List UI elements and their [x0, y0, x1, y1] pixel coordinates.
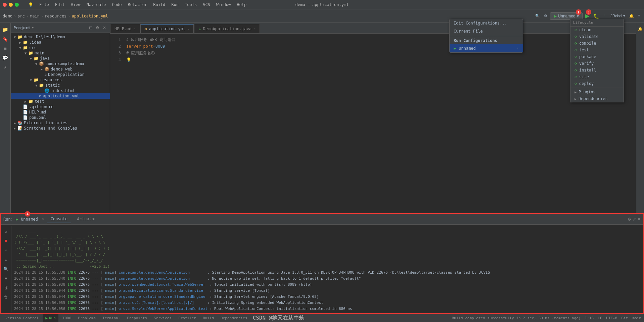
tree-item-application-yml[interactable]: ▶ ⚙ application.yml [11, 93, 110, 99]
tree-item-demos[interactable]: ▶ 📦 demos.web [11, 66, 110, 72]
menu-build[interactable]: Build [150, 2, 168, 8]
code-chat-icon[interactable]: 💬 [1, 54, 9, 62]
search-everywhere-btn[interactable]: 🔍 [534, 13, 541, 19]
settings-btn[interactable]: ⚙ [543, 13, 549, 19]
tab-problems[interactable]: Problems [75, 314, 98, 322]
tree-item-package[interactable]: ▼ 📦 com.example.demo [11, 61, 110, 66]
stop-btn[interactable]: ■ [2, 237, 10, 245]
maven-deploy[interactable]: ⟳ deploy [570, 80, 624, 87]
tree-label: test [35, 99, 44, 104]
tree-item-idea[interactable]: ▶ 📁 .idea [11, 40, 110, 45]
fitten-code-icon[interactable]: ⚡ [1, 63, 9, 71]
tab-version-control[interactable]: Version Control [3, 314, 41, 322]
close-tree-btn[interactable]: ✕ [102, 25, 107, 31]
tab-endpoints[interactable]: Endpoints [124, 314, 150, 322]
tab-todo[interactable]: TODO [60, 314, 74, 322]
tree-item-index[interactable]: ▶ 🌐 index.html [11, 88, 110, 93]
maximize-icon[interactable] [15, 3, 19, 7]
menu-file[interactable]: File [37, 2, 52, 8]
tab-close-icon[interactable]: ✕ [254, 27, 256, 31]
run-tab-console[interactable]: Console [47, 215, 71, 223]
tree-item-demo-app[interactable]: ▶ ☕ DemoApplication [11, 72, 110, 77]
tree-item-demo[interactable]: ▼ 📁 demo D:\test\demo [11, 34, 110, 40]
maven-plugins[interactable]: ▶ Plugins [570, 89, 624, 95]
tab-help-md[interactable]: HELP.md ✕ [110, 24, 140, 33]
settings-tree-btn[interactable]: ⚙ [95, 25, 100, 31]
trash-btn[interactable]: 🗑 [2, 293, 10, 301]
tab-run[interactable]: ▶ Run [43, 314, 58, 322]
tree-item-gitignore[interactable]: ▶ 📄 .gitignore [11, 104, 110, 109]
tree-item-src[interactable]: ▼ 📁 src [11, 45, 110, 50]
menu-window[interactable]: Window [214, 2, 233, 8]
project-icon[interactable]: 📁 [1, 26, 9, 34]
edit-configurations-item[interactable]: Edit Configurations... [450, 19, 523, 27]
tab-close-icon[interactable]: ✕ [187, 27, 189, 31]
menu-vcs[interactable]: VCS [200, 2, 213, 8]
maven-verify[interactable]: ⟳ verify [570, 60, 624, 67]
debug-button[interactable]: 🐛 [592, 13, 600, 19]
tree-item-help[interactable]: ▶ 📄 HELP.md [11, 109, 110, 115]
tree-item-java[interactable]: ▼ 📁 java [11, 56, 110, 61]
close-icon[interactable] [3, 3, 7, 7]
tab-dependencies[interactable]: Dependencies [218, 314, 250, 322]
scroll-btn[interactable]: ⬇ [2, 246, 10, 254]
maven-validate[interactable]: ⟳ validate [570, 33, 624, 40]
menu-refactor[interactable]: Refactor [125, 2, 150, 8]
restart-btn[interactable]: ↺ [2, 227, 10, 235]
folder-icon: 📁 [34, 56, 39, 61]
tab-demo-application[interactable]: ☕ DemoApplication.java ✕ [194, 24, 260, 33]
menu-view[interactable]: View [68, 2, 83, 8]
menu-tools[interactable]: Tools [182, 2, 199, 8]
maven-package[interactable]: ⟳ package [570, 53, 624, 60]
tab-build[interactable]: Build [200, 314, 217, 322]
tab-application-yml[interactable]: ⚙ application.yml ✕ [140, 24, 194, 33]
notifications-panel-btn[interactable]: 🔔 [637, 26, 644, 32]
tree-item-resources[interactable]: ▼ 📁 resources [11, 77, 110, 83]
tree-item-test[interactable]: ▶ 📁 test [11, 99, 110, 104]
tree-item-main[interactable]: ▼ 📁 main [11, 50, 110, 56]
menu-edit[interactable]: Edit [52, 2, 67, 8]
tab-terminal[interactable]: Terminal [100, 314, 123, 322]
wrap-btn[interactable]: ↵ [2, 256, 10, 264]
tree-arrow: ▼ [34, 62, 39, 66]
more-actions-btn[interactable]: ⋮ [602, 13, 608, 19]
tree-item-scratches[interactable]: ▶ 📝 Scratches and Consoles [11, 126, 110, 131]
run-tab-actuator[interactable]: Actuator [74, 215, 100, 223]
help-btn[interactable]: ? [637, 13, 641, 19]
tree-panel-btn[interactable]: ≡ [2, 274, 10, 282]
tree-arrow-demo: ▼ [12, 35, 17, 39]
tab-profiler[interactable]: Profiler [176, 314, 199, 322]
maven-site[interactable]: ⟳ site [570, 74, 624, 80]
menu-code[interactable]: Code [109, 2, 125, 8]
tab-services[interactable]: Services [151, 314, 174, 322]
console-output[interactable]: . ____ _ __ _ _ /\\ / ___'_ __ _ _(_)_ _… [11, 226, 643, 312]
minimize-icon[interactable] [9, 3, 13, 7]
run-tab-close-btn[interactable]: ✕ [42, 217, 45, 221]
notifications-btn[interactable]: 🔔 [628, 13, 635, 19]
maven-clean[interactable]: ⟳ clean [570, 27, 624, 33]
filter-btn[interactable]: 🔍 [2, 265, 10, 273]
maximize-run-btn[interactable]: ⤢ [633, 217, 636, 222]
close-run-btn[interactable]: ✕ [637, 217, 641, 222]
window-title: demo – application.yml [295, 2, 349, 7]
tab-close-icon[interactable]: ✕ [134, 27, 136, 31]
unnamed-config-item[interactable]: ▶ Unnamed › [450, 44, 523, 52]
print-btn[interactable]: 🖨 [2, 284, 10, 292]
tree-item-external-libs[interactable]: ▶ 📚 External Libraries [11, 120, 110, 126]
run-icon: ▶ [454, 46, 456, 51]
jrebel-btn[interactable]: JRebel ▾ [609, 13, 627, 19]
menu-navigate[interactable]: Navigate [84, 2, 109, 8]
menu-help[interactable]: Help [234, 2, 249, 8]
structure-icon[interactable]: ≡ [1, 44, 9, 52]
settings-run-btn[interactable]: ⚙ [628, 217, 631, 222]
collapse-all-btn[interactable]: ⊟ [88, 25, 93, 31]
maven-dependencies[interactable]: ▶ Dependencies [570, 95, 624, 102]
menu-run[interactable]: Run [169, 2, 181, 8]
bookmarks-icon[interactable]: 🔖 [1, 35, 9, 43]
tree-item-static[interactable]: ▼ 📁 static [11, 83, 110, 88]
maven-test[interactable]: ⟳ test [570, 47, 624, 53]
maven-compile[interactable]: ⟳ compile [570, 40, 624, 47]
maven-install[interactable]: ⟳ install [570, 67, 624, 74]
tree-item-pom[interactable]: ▶ 📄 pom.xml [11, 115, 110, 120]
current-file-item[interactable]: Current File [450, 27, 523, 35]
